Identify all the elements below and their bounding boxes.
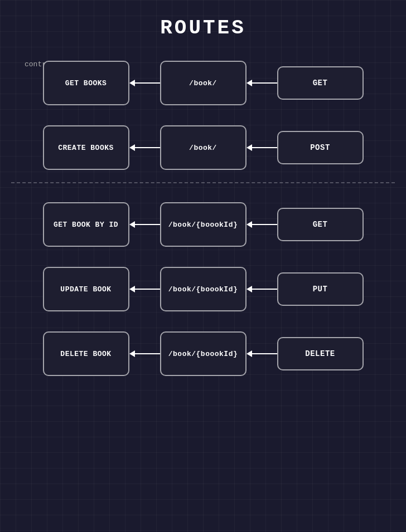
arrow-route-to-controller-4 [129, 286, 160, 292]
route-path-get-books: /book/ [160, 61, 246, 105]
arrow-method-to-route-4 [246, 286, 277, 292]
route-row-update-book: UPDATE BOOK /book/{boookId} PUT [11, 257, 395, 321]
arrow-route-to-controller-3 [129, 221, 160, 228]
arrow-method-to-route-5 [246, 350, 277, 357]
method-create-books: POST [277, 131, 364, 164]
method-update-book: PUT [277, 272, 364, 306]
arrow-route-to-controller-5 [129, 350, 160, 357]
controller-update-book: UPDATE BOOK [43, 267, 129, 311]
route-row-create-books: CREATE BOOKS /book/ POST [11, 115, 395, 183]
controller-delete-book: DELETE BOOK [43, 331, 129, 376]
method-get-books: GET [277, 66, 364, 100]
routes-container: GET BOOKS /book/ GET CREATE BOOKS /book/ [0, 45, 406, 392]
arrow-method-to-route-2 [246, 144, 277, 151]
method-get-book-by-id: GET [277, 208, 364, 241]
controller-get-books: GET BOOKS [43, 61, 129, 105]
controller-create-books: CREATE BOOKS [43, 125, 129, 170]
route-path-get-book-by-id: /book/{boookId} [160, 202, 246, 247]
controller-get-book-by-id: GET BOOK BY ID [43, 202, 129, 247]
route-row-delete-book: DELETE BOOK /book/{boookId} DELETE [11, 321, 395, 386]
arrow-method-to-route-3 [246, 221, 277, 228]
route-row-get-book-by-id: GET BOOK BY ID /book/{boookId} GET [11, 186, 395, 257]
arrow-route-to-controller-1 [129, 80, 160, 86]
method-delete-book: DELETE [277, 337, 364, 370]
route-path-create-books: /book/ [160, 125, 246, 170]
route-path-update-book: /book/{boookId} [160, 267, 246, 311]
route-row-get-books: GET BOOKS /book/ GET [11, 51, 395, 115]
arrow-method-to-route-1 [246, 80, 277, 86]
arrow-route-to-controller-2 [129, 144, 160, 151]
route-path-delete-book: /book/{boookId} [160, 331, 246, 376]
page-title: ROUTES [0, 0, 406, 45]
